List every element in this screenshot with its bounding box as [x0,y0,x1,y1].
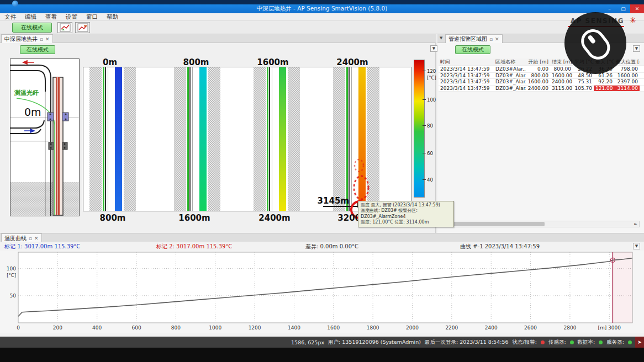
dock-arrow-icon[interactable]: ▼ [440,36,442,40]
casing-line [189,67,191,211]
svg-text:2400: 2400 [485,325,498,331]
svg-text:200: 200 [53,325,62,331]
column-header[interactable]: 最大 [°C] [594,58,614,66]
table-row[interactable]: 2023/3/14 13:47:59DZ03#_Alar...1600.0024… [439,79,644,86]
marker-2-label: 标记 2: [156,243,175,249]
depth-label-top-0m: 0m [87,57,133,67]
window-top-strip [0,0,644,4]
column-header[interactable]: 平均 [°C] [573,58,594,66]
temperature-strip-0m[interactable] [115,67,122,211]
online-mode-label: 在线模式 [27,46,49,54]
tab-minimize-icon[interactable]: ▫ [489,36,493,42]
svg-text:1200: 1200 [249,325,261,331]
minimize-button[interactable]: – [603,4,616,13]
right-online-mode-button[interactable]: 在线模式 [455,45,490,54]
table-cell: 1600.00 [614,73,640,78]
temperature-chart[interactable]: 0200400600800100012001400160018002000220… [0,251,644,333]
status-last-login: 最后一次登录: 2023/3/11 8:54:56 [425,339,509,346]
bottom-tab-bar: 温度曲线 ▫ ✕ [0,233,644,242]
menu-item-窗口[interactable]: 窗口 [86,13,98,21]
horizontal-scrollbar[interactable]: ◄ ► [437,221,640,227]
menu-item-查看[interactable]: 查看 [45,13,57,21]
left-online-mode-button[interactable]: 在线模式 [20,45,55,54]
title-bar[interactable]: 中深层地热井 - AP Sensing SmartVision (5.8.0) [0,4,644,13]
menu-item-设置[interactable]: 设置 [66,13,77,21]
toolbar [0,21,644,34]
svg-text:2800: 2800 [563,325,576,331]
trend-export-icon [77,23,88,32]
table-cell: 2023/3/14 13:47:59 [439,86,494,91]
table-cell: 2023/3/14 13:47:59 [439,73,494,78]
right-panel-dropdown[interactable]: ▼ [633,45,640,52]
svg-text:[°C]: [°C] [7,273,16,278]
chart-tool-button-2[interactable] [75,22,90,33]
column-header[interactable]: 开始 [m] [526,58,550,66]
svg-text:600: 600 [131,325,141,331]
table-cell: 800.00 [526,73,550,78]
svg-text:1400: 1400 [288,325,300,331]
column-header[interactable]: 时间 [439,58,494,66]
column-header[interactable]: 区域名称 [494,58,526,66]
marker-1-value: 3017.00m 115.39°C [24,243,80,249]
svg-text:50: 50 [10,293,17,299]
temperature-strip-800m[interactable] [199,67,207,211]
toolbar-online-mode-button[interactable]: 在线模式 [12,23,52,33]
tab-close-icon[interactable]: ✕ [34,236,39,241]
colorbar-tick-60: 60 [427,151,433,156]
temperature-curve-svg[interactable]: 0200400600800100012001400160018002000220… [0,251,644,333]
table-cell: 798.00 [614,66,640,72]
marker-2-value: 3017.00m 115.39°C [176,243,232,249]
table-cell: 1600.00 [550,73,573,78]
ground-hatch [124,67,136,211]
fiber-label: 测温光纤 [14,89,39,97]
temperature-strip-1600m[interactable] [279,67,286,211]
menu-item-文件[interactable]: 文件 [4,13,16,21]
svg-text:2200: 2200 [445,325,458,331]
app-icon [12,1,18,7]
svg-text:0: 0 [17,325,20,331]
table-cell: 1600.00 [526,79,550,84]
alarm-zone-table[interactable]: 时间区域名称开始 [m]结束 [m]平均 [°C]最大 [°C]最大位置 [m]… [439,58,644,92]
close-icon: ✕ [635,6,640,12]
tab-label: 中深层地热井 [4,35,38,43]
table-row[interactable]: 2023/3/14 13:47:59DZ03#Alar...0.00800.00… [439,66,644,73]
tab-close-icon[interactable]: ✕ [45,36,50,42]
table-cell: 36.20 [594,66,614,72]
tab-well-view[interactable]: 中深层地热井 ▫ ✕ [1,34,53,43]
scroll-right-arrow[interactable]: ► [632,221,639,227]
depth-label-bottom-1600m: 1600m [171,213,218,223]
tab-close-icon[interactable]: ✕ [495,36,499,42]
column-header[interactable]: 结束 [m] [550,58,573,66]
tooltip-line-2: 温度曲线: DZ03# 报警分区: DZ03#_AlarmZone4 [361,208,451,220]
screen: 中深层地热井 - AP Sensing SmartVision (5.8.0) … [0,0,644,362]
tab-alarm-zone[interactable]: 管道报警区域图 ▫ ✕ [445,34,503,43]
tab-temperature-curve[interactable]: 温度曲线 ▫ ✕ [1,233,42,242]
menu-item-编辑[interactable]: 编辑 [25,13,36,21]
colorbar-tick-100: 100 [427,97,436,103]
table-row[interactable]: 2023/3/14 13:47:59DZ03#_Alar...2400.0031… [439,86,644,92]
depth-label-bottom-800m: 800m [89,213,136,223]
colorbar-tick-120: 120 [427,68,436,74]
table-cell: 3114.00 [614,86,640,91]
column-header[interactable]: 最大位置 [m] [614,58,640,66]
menu-item-帮助[interactable]: 帮助 [107,13,118,21]
scrollbar-thumb[interactable] [445,222,545,226]
tab-minimize-icon[interactable]: ▫ [29,236,32,241]
table-row[interactable]: 2023/3/14 13:47:59DZ03#_Alar...800.00160… [439,73,644,79]
svg-text:[m] 3000: [m] 3000 [598,325,621,331]
table-header-row: 时间区域名称开始 [m]结束 [m]平均 [°C]最大 [°C]最大位置 [m]… [439,58,644,66]
svg-text:2600: 2600 [524,325,537,331]
casing-strip [267,67,268,211]
curve-value: #-1 2023/3/14 13:47:59 [473,243,540,249]
table-cell: 0.00 [526,66,550,72]
bottom-panel-dropdown[interactable]: ▼ [633,243,640,249]
tab-minimize-icon[interactable]: ▫ [40,36,43,42]
close-button[interactable]: ✕ [630,4,644,13]
chart-tool-button-1[interactable] [57,22,72,33]
maximize-button[interactable]: ▢ [616,4,630,13]
chevron-down-icon: ▼ [432,46,435,51]
casing-line [105,67,106,211]
column-header[interactable]: 最小 [640,58,644,66]
left-panel-dropdown[interactable]: ▼ [430,45,437,52]
colorbar-tick-40: 40 [427,177,433,183]
